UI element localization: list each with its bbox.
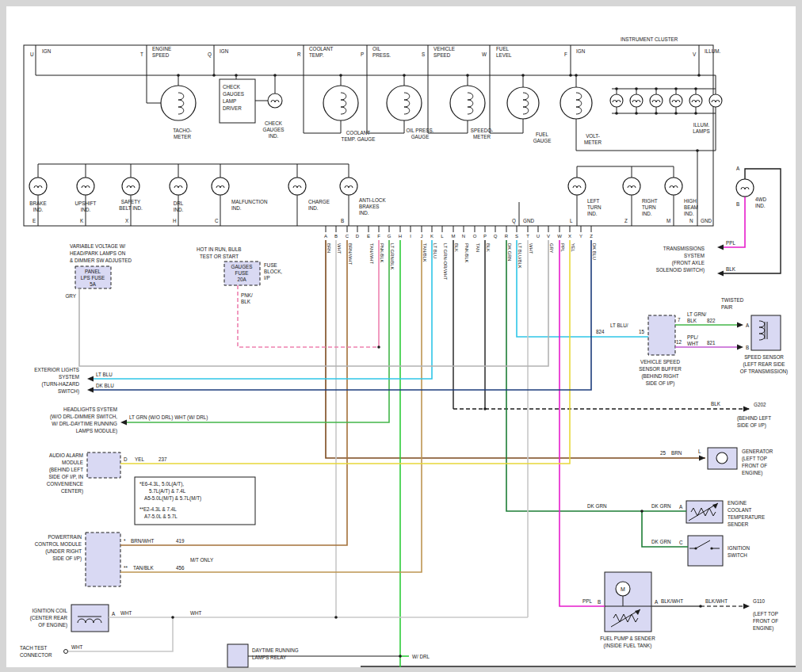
drl-ind-label1: DRL (174, 200, 184, 206)
tach-wht-label: WHT (71, 644, 82, 650)
malf-ind-label2: IND. (231, 205, 242, 211)
connector-letter-P: P (483, 234, 487, 239)
illum-lamp-bulb (650, 94, 663, 107)
fuel-pump-label1: FUEL PUMP & SENDER (600, 636, 655, 641)
connector-letter-Q: Q (494, 234, 498, 239)
4wd-pin-b: B (736, 201, 739, 207)
coil-label2: (CENTER REAR (30, 615, 68, 621)
coil-label3: OF ENGINE) (38, 622, 67, 628)
audio-alarm-module-box (87, 452, 120, 478)
audio-label1: AUDIO ALARM (49, 452, 83, 458)
malf-ind-label1: MALFUNCTION (231, 199, 268, 204)
connector-letter-R: R (505, 234, 509, 239)
wire-color-label-lt-blu-blk: LT BLU/BLK (517, 243, 522, 269)
speed-sensor-box (751, 315, 781, 350)
variable-voltage-label2: HEAD/PARK LAMPS ON (70, 250, 126, 256)
buffer-pin-15: 15 (639, 329, 645, 334)
junction-dot (640, 510, 644, 513)
ignition-coil-box (71, 605, 109, 632)
connector-letter-U: U (537, 234, 540, 239)
wire-color-label-dk-grn: DK GRN (507, 243, 512, 262)
headlights-label3: W/ DRL-DAYTIME RUNNING (52, 421, 117, 426)
ignition-switch-box (688, 536, 723, 566)
audio-label5: CONVENIENCE (47, 481, 83, 487)
belt-ind-label1: SAFETY (121, 199, 141, 204)
connector-letter-Z: Z (590, 234, 593, 239)
pin-e: E (32, 218, 36, 223)
ignition-switch-icon-contact (710, 547, 712, 549)
brake-ind-label1: BRAKE (29, 200, 46, 206)
generator-label2: (LEFT TOP (742, 456, 767, 462)
buffer-label1: VEHICLE SPEED (640, 359, 680, 365)
ect-label1: ENGINE (728, 500, 747, 506)
speed-sensor-label2: (LEFT REAR SIDE (743, 361, 785, 368)
engine-note2: 5.7L(A/T) & 7.4L (149, 488, 186, 494)
gnd-q-label: GND (523, 218, 534, 223)
trans-label1: TRANSMISSIONS (663, 246, 705, 251)
wire-color-label-lt-grn-blk: LT GRN/BLK (390, 243, 395, 269)
junction-dot (235, 74, 238, 77)
junction-dot (273, 74, 277, 77)
ignsw-dkgrn-label: DK GRN (651, 539, 671, 544)
connector-letter-S: S (515, 234, 518, 239)
pnkblk-label1: PNK/ (241, 292, 253, 298)
pin-p-label2: PRESS. (372, 52, 391, 58)
junction-dot (569, 74, 572, 77)
coil-wht-label2: WHT (190, 610, 201, 616)
pcm-label1: POWERTRAIN (48, 534, 82, 540)
junction-dot (521, 74, 525, 77)
abs-ind-label1: ANTI-LOCK (359, 197, 386, 203)
pin-u: U (30, 52, 34, 57)
ckt-821: 821 (707, 340, 716, 346)
illum-lamp-bulb (670, 94, 682, 107)
junction-dot (674, 112, 678, 115)
connector-letter-M: M (452, 234, 456, 239)
wire-color-label-wht: WHT (529, 243, 533, 254)
junction-dot (694, 87, 697, 90)
buffer-ltblu-label: LT BLU/ (610, 323, 628, 328)
pin-r: R (297, 52, 301, 57)
tachometer-label1: TACHO- (173, 128, 192, 133)
engine-note5: A7-5.0L & 5.7L (144, 514, 178, 519)
pin-w-label2: LEVEL (496, 52, 512, 58)
malfunction-ind-bulb (212, 178, 229, 195)
oil-gauge-label2: GAUGE (411, 134, 430, 139)
buffer-pin-7: 7 (678, 317, 681, 323)
wire-color-label-wht: WHT (337, 243, 342, 254)
right-turn-ind-bulb (623, 178, 640, 195)
junction-dot (655, 87, 658, 90)
trans-label4: SOLENOID SWITCH) (656, 267, 705, 273)
ect-label4: SENDER (728, 521, 749, 527)
ltgrnblk-label2: BLK (687, 318, 697, 323)
pin-m: M (666, 218, 670, 223)
speedometer-gauge (450, 86, 485, 120)
speedometer-label1: SPEEDO- (471, 128, 493, 133)
pcm-pin-star2: ** (124, 565, 128, 571)
pin-s: S (422, 52, 425, 57)
junction-dot (694, 112, 697, 115)
panel-fuse-label3: 5A (90, 281, 97, 287)
junction-dot (212, 74, 216, 77)
left-turn-ind-bulb (568, 178, 586, 195)
check-gauges-ind-bulb (268, 94, 282, 108)
check-driver-label4: DRIVER (223, 105, 242, 111)
powertrain-control-module-box (86, 533, 120, 586)
high-beam-label2: BEAM (684, 204, 698, 210)
high-beam-ind-bulb (665, 178, 682, 195)
tachometer-label2: METER (174, 134, 191, 139)
pplwht-label2: WHT (687, 341, 698, 346)
connector-letter-K: K (430, 234, 433, 239)
g202-blk-label: BLK (711, 401, 721, 407)
high-beam-label3: IND. (684, 211, 694, 216)
high-beam-label1: HIGH (684, 198, 697, 204)
buffer-label2: SENSOR BUFFER (639, 366, 682, 372)
junction-dot (674, 87, 678, 90)
junction-dot (339, 74, 342, 77)
vss-buffer-box (648, 315, 675, 355)
pin-c: C (215, 218, 219, 223)
tach-test-label2: CONNECTOR (20, 652, 52, 658)
connector-letter-T: T (526, 234, 529, 239)
charge-ind-bulb (288, 178, 306, 195)
hot-in-run-label1: HOT IN RUN, BULB (197, 246, 242, 252)
coolant-gauge-label2: TEMP. GAUGE (342, 136, 376, 142)
